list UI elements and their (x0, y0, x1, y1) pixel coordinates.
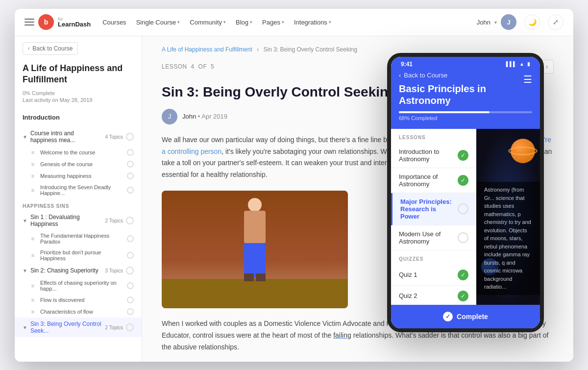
mobile-quizzes-label: QUIZZES (391, 250, 476, 265)
lesson-circle (127, 161, 134, 168)
nav-courses[interactable]: Courses (102, 19, 126, 26)
nav-logo: b for LearnDash (24, 14, 91, 30)
mobile-quiz-2[interactable]: Quiz 2 ✓ (391, 286, 476, 305)
topic-group-sin3-active: ▼ Sin 3: Being Overly Control Seek... 2 … (15, 318, 142, 337)
nav-community[interactable]: Community ▾ (190, 19, 226, 26)
toggle-icon: ▼ (23, 218, 27, 223)
mobile-lesson-astronomy-intro[interactable]: Introduction to Astronomy ✓ (391, 143, 476, 168)
person-boots-left (244, 273, 254, 281)
planet-ring-icon (508, 147, 538, 155)
lesson-label: LESSON 4 OF 5 (162, 63, 214, 70)
user-name: John (477, 19, 490, 26)
breadcrumb-course-link[interactable]: A Life of Happiness and Fulfillment (162, 46, 252, 53)
sins-label: HAPPINESS SINS (15, 198, 142, 211)
mobile-complete-btn[interactable]: ✓ Complete (391, 305, 540, 328)
check-circle-icon: ✓ (458, 270, 468, 280)
breadcrumb: A Life of Happiness and Fulfillment › Si… (162, 46, 554, 53)
logo-icon: b (38, 14, 54, 30)
mobile-hamburger-icon[interactable]: ☰ (523, 74, 532, 85)
nav-links: Courses Single Course ▾ Community ▾ Blog… (102, 19, 465, 26)
wifi-icon: ▲ (519, 61, 524, 67)
list-item[interactable]: ≡ Flow is discovered (19, 294, 138, 306)
toggle-icon: ▼ (23, 325, 27, 330)
lesson-circle (127, 235, 134, 242)
mobile-progress-bar (399, 111, 532, 113)
mobile-lesson-major-principles[interactable]: Major Principles: Research is Power (391, 193, 476, 225)
mobile-time: 9:41 (401, 61, 413, 68)
nav-pages[interactable]: Pages ▾ (262, 19, 284, 26)
person-head (248, 198, 262, 212)
mobile-lesson-modern-use[interactable]: Modern Use of Astronomy (391, 225, 476, 250)
list-item[interactable]: ≡ Introducing the Seven Deadly Happine..… (19, 182, 138, 198)
topic-group-sin2: ▼ Sin 2: Chasing Superiority 3 Topics ≡ … (15, 264, 142, 318)
list-item[interactable]: ≡ Welcome to the course (19, 147, 138, 158)
sidebar: ‹ Back to Course A Life of Happiness and… (15, 36, 142, 362)
mobile-lessons-label: LESSONS (391, 129, 476, 143)
topic-header-intro[interactable]: ▼ Course intro and happiness mea... 4 To… (19, 127, 138, 147)
person-legs (244, 243, 266, 277)
lesson-icon: ≡ (29, 297, 36, 303)
list-item[interactable]: ≡ Genesis of the course (19, 158, 138, 170)
nav-integrations[interactable]: Integrations ▾ (294, 19, 331, 26)
nav-single-course[interactable]: Single Course ▾ (136, 19, 180, 26)
mobile-quiz-1[interactable]: Quiz 1 ✓ (391, 265, 476, 286)
list-item[interactable]: ≡ Measuring happiness (19, 170, 138, 182)
theme-toggle-btn[interactable]: 🌙 (524, 14, 540, 30)
mobile-progress-text: 68% Completed (399, 115, 532, 121)
list-item[interactable]: ≡ Characteristics of flow (19, 306, 138, 318)
logo-text: for LearnDash (58, 17, 91, 28)
back-to-course-btn[interactable]: ‹ Back to Course (23, 42, 78, 55)
lesson-circle (127, 187, 134, 194)
author-avatar: J (162, 109, 177, 124)
lesson-circle (127, 173, 134, 179)
back-arrow-icon: ‹ (28, 46, 29, 51)
mobile-desc-text: Astronomy (from Gr... science that studi… (476, 182, 540, 295)
lesson-circle (127, 296, 134, 303)
nav-right: John ▾ J 🌙 ⤢ (477, 14, 564, 30)
list-item[interactable]: ≡ Effects of chasing superiority on happ… (19, 277, 138, 294)
intro-section: Introduction (15, 110, 142, 127)
person-torso (244, 211, 266, 245)
user-avatar: J (501, 14, 516, 30)
check-circle-icon: ✓ (458, 175, 468, 186)
mobile-progress-fill (399, 111, 490, 113)
mobile-body: LESSONS Introduction to Astronomy ✓ Impo… (391, 129, 540, 305)
intro-label: Introduction (23, 114, 134, 121)
lesson-icon: ≡ (29, 187, 36, 193)
check-complete-icon: ✓ (443, 312, 453, 321)
progress-text: 0% Complete (23, 90, 134, 96)
user-info[interactable]: John ▾ J (477, 14, 516, 30)
lesson-icon: ≡ (29, 252, 36, 258)
mobile-course-title: Basic Principles in Astronomy (399, 83, 523, 106)
mobile-back-btn[interactable]: ‹ Back to Course (399, 72, 523, 79)
topic-circle (126, 267, 134, 274)
fullscreen-btn[interactable]: ⤢ (548, 14, 564, 30)
topic-header-sin2[interactable]: ▼ Sin 2: Chasing Superiority 3 Topics (19, 264, 138, 277)
lesson-icon: ≡ (29, 161, 36, 167)
post-image (162, 191, 348, 308)
lesson-circle (127, 308, 134, 315)
lesson-circle (127, 252, 134, 259)
person-boots-right (256, 273, 266, 281)
topic-title: Course intro and happiness mea... (30, 130, 102, 144)
mobile-lesson-importance[interactable]: Importance of Astronomy ✓ (391, 168, 476, 193)
top-nav: b for LearnDash Courses Single Course ▾ … (15, 9, 573, 36)
topic-header-sin1[interactable]: ▼ Sin 1 : Devaluating Happiness 2 Topics (19, 211, 138, 230)
check-circle-icon: ✓ (458, 150, 468, 161)
failing-link: failing (333, 331, 351, 339)
empty-circle-icon (458, 203, 468, 214)
topic-header-sin3[interactable]: ▼ Sin 3: Being Overly Control Seek... 2 … (19, 318, 138, 337)
list-item[interactable]: ≡ The Fundamental Happiness Paradox (19, 230, 138, 247)
lesson-icon: ≡ (29, 283, 36, 289)
mobile-overlay: 9:41 ▌▌▌ ▲ ▮ ‹ Back to Course Basic Prin… (387, 53, 544, 332)
mobile-status-bar: 9:41 ▌▌▌ ▲ ▮ (391, 57, 540, 70)
image-person (230, 198, 279, 281)
topic-circle (126, 323, 134, 331)
hamburger-icon[interactable] (24, 19, 34, 25)
list-item[interactable]: ≡ Prioritize but don't pursue Happiness (19, 247, 138, 264)
nav-blog[interactable]: Blog ▾ (236, 19, 252, 26)
battery-icon: ▮ (527, 61, 530, 67)
signal-icon: ▌▌▌ (506, 61, 516, 67)
lesson-icon: ≡ (29, 173, 36, 179)
topic-group-intro: ▼ Course intro and happiness mea... 4 To… (15, 127, 142, 198)
